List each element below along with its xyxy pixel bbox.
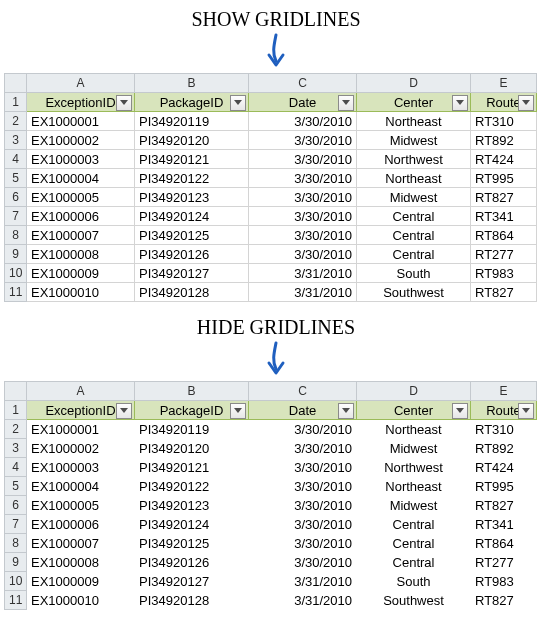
row-header[interactable]: 11 — [5, 591, 27, 610]
table-header-B[interactable]: PackageID — [135, 93, 249, 112]
cell[interactable]: PI34920126 — [135, 245, 249, 264]
cell[interactable]: Midwest — [357, 188, 471, 207]
cell[interactable]: EX1000003 — [27, 458, 135, 477]
cell[interactable]: Midwest — [357, 439, 471, 458]
cell[interactable]: 3/30/2010 — [249, 226, 357, 245]
cell[interactable]: Central — [357, 515, 471, 534]
cell[interactable]: EX1000006 — [27, 207, 135, 226]
cell[interactable]: 3/30/2010 — [249, 496, 357, 515]
cell[interactable]: 3/30/2010 — [249, 112, 357, 131]
cell[interactable]: EX1000002 — [27, 439, 135, 458]
table-header-E[interactable]: Route — [471, 401, 537, 420]
cell[interactable]: 3/30/2010 — [249, 477, 357, 496]
cell[interactable]: PI34920124 — [135, 515, 249, 534]
cell[interactable]: 3/30/2010 — [249, 207, 357, 226]
cell[interactable]: PI34920127 — [135, 264, 249, 283]
row-header[interactable]: 4 — [5, 150, 27, 169]
filter-dropdown-icon[interactable] — [452, 95, 468, 111]
cell[interactable]: PI34920120 — [135, 439, 249, 458]
col-header-C[interactable]: C — [249, 382, 357, 401]
row-header[interactable]: 10 — [5, 572, 27, 591]
table-header-C[interactable]: Date — [249, 401, 357, 420]
cell[interactable]: RT864 — [471, 534, 537, 553]
filter-dropdown-icon[interactable] — [452, 403, 468, 419]
row-header[interactable]: 10 — [5, 264, 27, 283]
row-header[interactable]: 5 — [5, 477, 27, 496]
row-header[interactable]: 6 — [5, 496, 27, 515]
cell[interactable]: PI34920125 — [135, 534, 249, 553]
filter-dropdown-icon[interactable] — [230, 403, 246, 419]
col-header-E[interactable]: E — [471, 382, 537, 401]
cell[interactable]: RT995 — [471, 477, 537, 496]
cell[interactable]: RT892 — [471, 439, 537, 458]
cell[interactable]: RT983 — [471, 572, 537, 591]
row-header[interactable]: 8 — [5, 534, 27, 553]
filter-dropdown-icon[interactable] — [338, 403, 354, 419]
cell[interactable]: Central — [357, 534, 471, 553]
cell[interactable]: South — [357, 572, 471, 591]
cell[interactable]: PI34920128 — [135, 591, 249, 610]
cell[interactable]: EX1000006 — [27, 515, 135, 534]
cell[interactable]: EX1000005 — [27, 188, 135, 207]
grid-hide[interactable]: ABCDE1ExceptionIDPackageIDDateCenterRout… — [4, 381, 537, 610]
cell[interactable]: EX1000004 — [27, 477, 135, 496]
cell[interactable]: PI34920122 — [135, 477, 249, 496]
cell[interactable]: South — [357, 264, 471, 283]
filter-dropdown-icon[interactable] — [518, 403, 534, 419]
filter-dropdown-icon[interactable] — [230, 95, 246, 111]
cell[interactable]: 3/30/2010 — [249, 420, 357, 439]
row-header[interactable]: 8 — [5, 226, 27, 245]
cell[interactable]: EX1000010 — [27, 591, 135, 610]
row-header[interactable]: 1 — [5, 401, 27, 420]
table-header-B[interactable]: PackageID — [135, 401, 249, 420]
cell[interactable]: PI34920121 — [135, 150, 249, 169]
cell[interactable]: RT827 — [471, 283, 537, 302]
cell[interactable]: Central — [357, 207, 471, 226]
cell[interactable]: Southwest — [357, 591, 471, 610]
cell[interactable]: Northwest — [357, 150, 471, 169]
cell[interactable]: EX1000008 — [27, 553, 135, 572]
cell[interactable]: RT341 — [471, 207, 537, 226]
cell[interactable]: RT983 — [471, 264, 537, 283]
cell[interactable]: PI34920128 — [135, 283, 249, 302]
cell[interactable]: EX1000001 — [27, 420, 135, 439]
cell[interactable]: Central — [357, 245, 471, 264]
cell[interactable]: RT424 — [471, 150, 537, 169]
cell[interactable]: Central — [357, 226, 471, 245]
cell[interactable]: Central — [357, 553, 471, 572]
col-header-D[interactable]: D — [357, 382, 471, 401]
cell[interactable]: RT995 — [471, 169, 537, 188]
cell[interactable]: 3/31/2010 — [249, 591, 357, 610]
cell[interactable]: EX1000004 — [27, 169, 135, 188]
cell[interactable]: Northwest — [357, 458, 471, 477]
cell[interactable]: 3/30/2010 — [249, 553, 357, 572]
cell[interactable]: Northeast — [357, 112, 471, 131]
cell[interactable]: PI34920126 — [135, 553, 249, 572]
cell[interactable]: RT864 — [471, 226, 537, 245]
cell[interactable]: RT424 — [471, 458, 537, 477]
cell[interactable]: Southwest — [357, 283, 471, 302]
col-header-B[interactable]: B — [135, 382, 249, 401]
col-header-A[interactable]: A — [27, 74, 135, 93]
row-header[interactable]: 5 — [5, 169, 27, 188]
cell[interactable]: 3/30/2010 — [249, 131, 357, 150]
cell[interactable]: PI34920119 — [135, 112, 249, 131]
cell[interactable]: 3/30/2010 — [249, 245, 357, 264]
cell[interactable]: Northeast — [357, 477, 471, 496]
cell[interactable]: 3/30/2010 — [249, 169, 357, 188]
row-header[interactable]: 3 — [5, 439, 27, 458]
table-header-C[interactable]: Date — [249, 93, 357, 112]
cell[interactable]: 3/30/2010 — [249, 534, 357, 553]
row-header[interactable]: 4 — [5, 458, 27, 477]
cell[interactable]: RT277 — [471, 245, 537, 264]
cell[interactable]: RT827 — [471, 188, 537, 207]
cell[interactable]: EX1000009 — [27, 572, 135, 591]
row-header[interactable]: 1 — [5, 93, 27, 112]
cell[interactable]: PI34920119 — [135, 420, 249, 439]
cell[interactable]: RT827 — [471, 591, 537, 610]
cell[interactable]: EX1000008 — [27, 245, 135, 264]
select-all-corner[interactable] — [5, 74, 27, 93]
cell[interactable]: 3/30/2010 — [249, 188, 357, 207]
cell[interactable]: EX1000009 — [27, 264, 135, 283]
cell[interactable]: RT827 — [471, 496, 537, 515]
